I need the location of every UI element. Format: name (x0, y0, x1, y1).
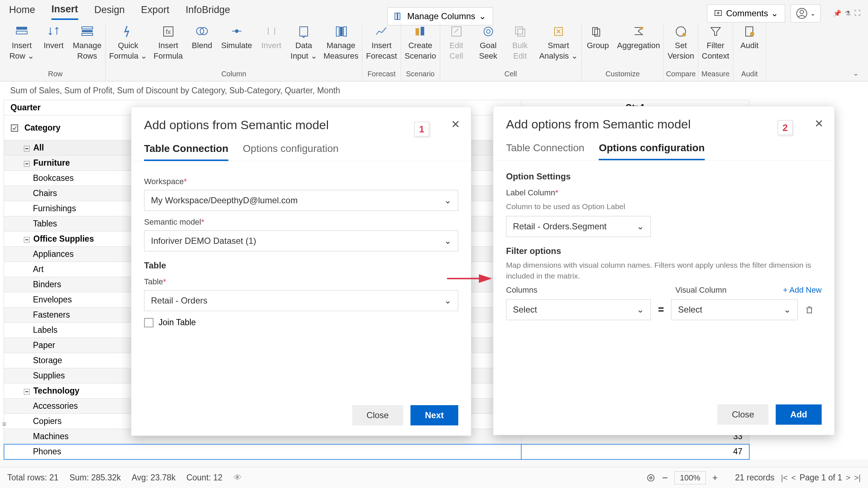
svg-point-34 (682, 33, 686, 37)
zoom-out-button[interactable]: − (662, 472, 668, 484)
svg-point-26 (486, 30, 490, 33)
join-table-checkbox[interactable] (144, 318, 153, 327)
ribbon-simulate-button[interactable]: Simulate (221, 25, 252, 61)
modal1-close-button[interactable]: Close (352, 405, 403, 425)
zoom-in-button[interactable]: + (712, 472, 718, 483)
filter-columns-select[interactable]: Select ⌄ (506, 299, 651, 320)
expand-icon[interactable]: ⛶ (854, 9, 861, 17)
ribbon-data-input-button[interactable]: Data Input ⌄ (291, 25, 317, 61)
join-table-row[interactable]: Join Table (144, 318, 458, 327)
drag-handle-icon[interactable]: ≡ (2, 420, 7, 428)
ribbon-insert-row-button[interactable]: Insert Row ⌄ (9, 25, 34, 61)
filter-options-sub: Map dimensions with visual column names.… (506, 260, 822, 281)
svg-point-25 (484, 27, 493, 36)
svg-point-43 (650, 477, 652, 479)
row-label: Bookcases (33, 173, 74, 183)
ribbon-group-audit: AuditAudit (733, 23, 766, 81)
collapse-icon[interactable]: − (24, 161, 30, 167)
tab-insert[interactable]: Insert (51, 4, 78, 20)
label-column-value: Retail - Orders.Segment (513, 221, 607, 232)
collapse-icon[interactable]: − (24, 237, 30, 243)
ribbon-aggregation-button[interactable]: Aggregation (617, 25, 660, 51)
ribbon-group-button[interactable]: Group (585, 25, 611, 51)
delete-filter-icon[interactable] (805, 305, 814, 314)
modal1-close-icon[interactable]: ✕ (451, 118, 460, 131)
modal2-tabs: Table Connection Options configuration (493, 139, 834, 161)
workspace-select[interactable]: My Workspace/DeepthyD@lumel.com ⌄ (144, 190, 458, 211)
ribbon-quick-formula-button[interactable]: Quick Formula ⌄ (109, 25, 147, 61)
table-label: Table* (144, 277, 458, 287)
ribbon-invert-button[interactable]: Invert (41, 25, 66, 61)
settings-icon[interactable] (646, 473, 656, 483)
row-value-cell[interactable]: 47 (521, 444, 749, 459)
ribbon-manage-measures-button[interactable]: Manage Measures (324, 25, 359, 61)
svg-text:fx: fx (166, 28, 171, 35)
records-count: 21 records (735, 473, 775, 483)
ribbon-collapse-icon[interactable]: ⌄ (853, 69, 863, 81)
modal2-add-button[interactable]: Add (776, 404, 822, 425)
page-first-button[interactable]: |< (781, 473, 788, 483)
svg-rect-37 (11, 125, 18, 131)
pin-icon[interactable]: 📌 (833, 9, 841, 17)
eye-off-icon[interactable]: 👁 (233, 473, 242, 483)
ribbon-smart-analysis-button[interactable]: Smart Analysis ⌄ (539, 25, 578, 61)
ribbon-group-column: Quick Formula ⌄fxInsert FormulaBlendSimu… (106, 23, 363, 81)
ribbon-blend-button[interactable]: Blend (189, 25, 215, 61)
comments-button[interactable]: Comments ⌄ (707, 4, 785, 22)
filter-icon[interactable]: ⚗ (845, 9, 851, 17)
svg-point-6 (800, 10, 804, 14)
row-label-cell[interactable]: Phones (4, 444, 522, 459)
collapse-icon[interactable]: − (24, 146, 30, 152)
ribbon-group-forecast: Insert ForecastForecast (362, 23, 401, 81)
modal2-tab-options-config[interactable]: Options configuration (599, 142, 704, 160)
user-icon (796, 8, 808, 19)
modal2-close-icon[interactable]: ✕ (814, 117, 823, 130)
modal1-tab-options-config[interactable]: Options configuration (243, 143, 339, 161)
zoom-level[interactable]: 100% (674, 471, 705, 484)
modal1-tab-table-connection[interactable]: Table Connection (144, 143, 228, 161)
label-column-sub: Column to be used as Option Label (506, 201, 822, 212)
ribbon-insert-forecast-button[interactable]: Insert Forecast (366, 25, 397, 61)
ribbon-manage-rows-button[interactable]: Manage Rows (73, 25, 102, 61)
modal2-tab-table-connection[interactable]: Table Connection (506, 142, 584, 160)
page-last-button[interactable]: >| (854, 473, 861, 483)
page-prev-button[interactable]: < (791, 473, 796, 483)
semantic-model-select[interactable]: Inforiver DEMO Dataset (1) ⌄ (144, 230, 458, 251)
tab-home[interactable]: Home (9, 4, 35, 19)
table-row[interactable]: Phones47 (4, 444, 749, 459)
filter-visual-select[interactable]: Select ⌄ (671, 299, 798, 320)
modal1-footer: Close Next (352, 405, 458, 425)
modal2-close-button[interactable]: Close (717, 404, 768, 425)
ribbon-audit-button[interactable]: Audit (737, 25, 762, 51)
row-label: Tables (33, 219, 57, 228)
ribbon-label: Bulk Edit (512, 41, 528, 61)
ribbon-label: Simulate (221, 41, 252, 51)
row-label: Labels (33, 325, 58, 335)
collapse-icon[interactable]: − (24, 389, 30, 395)
add-new-button[interactable]: + Add New (783, 285, 822, 295)
ribbon-create-scenario-button[interactable]: Create Scenario (405, 25, 436, 61)
svg-rect-21 (344, 27, 346, 36)
tab-design[interactable]: Design (94, 4, 125, 19)
svg-rect-24 (452, 27, 461, 36)
page-next-button[interactable]: > (846, 473, 851, 483)
modal1-next-button[interactable]: Next (410, 405, 458, 425)
ribbon-set-version-button[interactable]: Set Version (667, 25, 694, 61)
tab-infobridge[interactable]: InfoBridge (186, 4, 230, 19)
svg-rect-38 (807, 308, 812, 313)
row-label: Technology (33, 386, 79, 395)
row-label: Copiers (33, 416, 62, 426)
chevron-down-icon: ⌄ (444, 236, 451, 246)
ribbon-insert-formula-button[interactable]: fxInsert Formula (153, 25, 183, 61)
label-column-select[interactable]: Retail - Orders.Segment ⌄ (506, 216, 651, 237)
status-count: Count: 12 (186, 473, 223, 483)
user-menu-button[interactable]: ⌄ (791, 4, 821, 22)
table-select[interactable]: Retail - Orders ⌄ (144, 290, 458, 311)
ribbon-goal-seek-button[interactable]: Goal Seek (476, 25, 501, 61)
tab-export[interactable]: Export (141, 4, 169, 19)
modal2-title-text: Add options from Semantic model (506, 117, 691, 131)
ribbon-filter-context-button[interactable]: Filter Context (702, 25, 729, 61)
equals-sign: = (658, 304, 664, 315)
ribbon-invert2-button: Invert (259, 25, 284, 61)
ribbon-group-label: Forecast (367, 70, 396, 78)
